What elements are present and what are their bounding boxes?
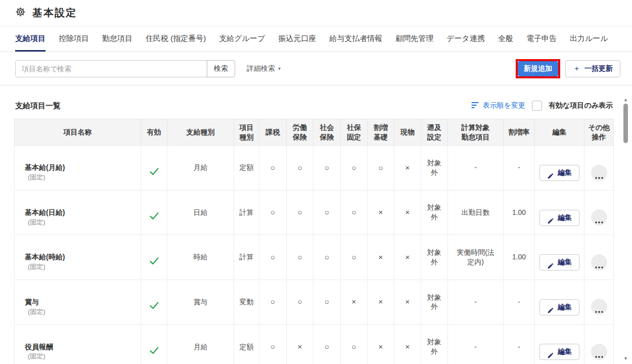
- premium-rate-cell: 1.00: [504, 190, 535, 235]
- more-options-button[interactable]: [591, 165, 607, 181]
- col-header-item-name: 項目名称: [15, 119, 141, 146]
- col-header-item-type: 項目 種別: [234, 119, 259, 146]
- premium-base-cell: ×: [368, 325, 394, 364]
- edit-button[interactable]: 編集: [539, 165, 579, 181]
- tab-payment-group[interactable]: 支給グループ: [219, 26, 265, 52]
- pay-type-cell: 月給: [167, 146, 234, 191]
- tab-resident-tax[interactable]: 住民税 (指定番号): [146, 26, 206, 52]
- col-header-taxable: 課税: [259, 119, 287, 146]
- bulk-update-label: 一括更新: [584, 64, 613, 73]
- edit-button[interactable]: 編集: [539, 210, 579, 226]
- item-name-note: (固定): [28, 173, 46, 181]
- bulk-update-button[interactable]: ＋ 一括更新: [565, 60, 620, 77]
- check-icon: [149, 215, 160, 223]
- table-row: 基本給(月給) (固定) 月給 定額 ○ ○ ○ ○ ○ × 対象 外 - - …: [15, 146, 614, 191]
- col-header-enabled: 有効: [141, 119, 167, 146]
- more-options-button[interactable]: [591, 299, 607, 315]
- item-name: 役員報酬: [25, 343, 53, 351]
- labor-insurance-cell: ○: [287, 280, 313, 325]
- check-icon: [149, 260, 160, 268]
- app-header: 基本設定: [0, 0, 632, 26]
- scroll-up-icon[interactable]: ▲: [623, 97, 628, 102]
- tab-transfer-account[interactable]: 振込元口座: [278, 26, 316, 52]
- toolbar: 検索 詳細検索 ▾ 新規追加 ＋ 一括更新: [0, 52, 632, 85]
- tab-general[interactable]: 全般: [498, 26, 513, 52]
- item-type-cell: 変動: [234, 280, 259, 325]
- scroll-down-icon[interactable]: ▼: [623, 356, 628, 361]
- pay-type-cell: 日給: [167, 190, 234, 235]
- scrollbar-thumb[interactable]: [623, 104, 628, 143]
- social-insurance-cell: ○: [313, 146, 341, 191]
- premium-base-cell: ×: [368, 235, 394, 280]
- change-display-order-link[interactable]: 表示順を変更: [471, 101, 525, 110]
- attendance-item-cell: 実働時間(法 定内): [448, 235, 504, 280]
- retroactive-cell: 対象 外: [421, 235, 448, 280]
- col-header-retroactive: 遡及 設定: [421, 119, 448, 146]
- retroactive-cell: 対象 外: [421, 190, 448, 235]
- tab-deduction-items[interactable]: 控除項目: [59, 26, 89, 52]
- premium-base-cell: ×: [368, 190, 394, 235]
- tab-attendance-items[interactable]: 勤怠項目: [102, 26, 132, 52]
- in-kind-cell: ×: [394, 280, 421, 325]
- edit-button[interactable]: 編集: [539, 344, 579, 360]
- item-type-cell: 定額: [234, 146, 259, 191]
- col-header-more: その他 操作: [584, 119, 614, 146]
- item-type-cell: 計算: [234, 235, 259, 280]
- tab-payment-items[interactable]: 支給項目: [15, 26, 46, 52]
- tab-client-management[interactable]: 顧問先管理: [395, 26, 433, 52]
- premium-rate-cell: 1.00: [504, 235, 535, 280]
- edit-cell: 編集: [535, 190, 584, 235]
- item-name-note: (固定): [28, 352, 46, 360]
- taxable-cell: ○: [259, 280, 287, 325]
- active-only-checkbox[interactable]: [532, 101, 542, 111]
- tab-data-link[interactable]: データ連携: [446, 26, 485, 52]
- enabled-cell: [141, 280, 167, 325]
- item-name-note: (固定): [28, 308, 46, 315]
- enabled-cell: [141, 235, 167, 280]
- labor-insurance-cell: ○: [287, 146, 313, 191]
- tab-output-rules[interactable]: 出力ルール: [570, 26, 608, 52]
- edit-button[interactable]: 編集: [539, 299, 579, 315]
- col-header-premium-rate: 割増率: [504, 119, 535, 146]
- social-fixed-cell: ○: [341, 235, 368, 280]
- more-options-button[interactable]: [591, 254, 607, 270]
- labor-insurance-cell: ○: [287, 190, 313, 235]
- more-options-icon: [595, 255, 603, 270]
- advanced-search-label: 詳細検索: [247, 64, 275, 73]
- list-header: 支給項目一覧 表示順を変更 有効な項目のみ表示: [0, 85, 632, 119]
- premium-rate-cell: -: [504, 280, 535, 325]
- gear-icon: [15, 7, 26, 19]
- add-new-button[interactable]: 新規追加: [518, 61, 558, 76]
- advanced-search-link[interactable]: 詳細検索 ▾: [247, 64, 281, 73]
- more-options-icon: [595, 165, 603, 180]
- search-button[interactable]: 検索: [207, 60, 235, 77]
- search-input[interactable]: [15, 60, 207, 77]
- pencil-icon: [547, 164, 554, 181]
- social-fixed-cell: ○: [341, 190, 368, 235]
- taxable-cell: ○: [259, 190, 287, 235]
- edit-button[interactable]: 編集: [539, 254, 579, 270]
- edit-cell: 編集: [535, 280, 584, 325]
- col-header-pay-type: 支給種別: [167, 119, 234, 146]
- pencil-icon: [547, 344, 554, 360]
- tab-payer-info[interactable]: 給与支払者情報: [329, 26, 382, 52]
- table-row: 役員報酬 (固定) 月給 定額 ○ × ○ ○ × × 対象 外 - - 編集: [15, 325, 614, 364]
- edit-button-label: 編集: [558, 213, 572, 222]
- retroactive-cell: 対象 外: [421, 280, 448, 325]
- basic-settings-page: 基本設定 支給項目 控除項目 勤怠項目 住民税 (指定番号) 支給グループ 振込…: [0, 0, 632, 364]
- scrollbar: ▲ ▼: [622, 97, 629, 361]
- in-kind-cell: ×: [394, 235, 421, 280]
- tab-e-filing[interactable]: 電子申告: [526, 26, 557, 52]
- toolbar-right: 新規追加 ＋ 一括更新: [516, 59, 620, 78]
- edit-cell: 編集: [535, 325, 584, 364]
- col-header-social-fixed: 社保 固定: [341, 119, 368, 146]
- premium-rate-cell: -: [504, 325, 535, 364]
- labor-insurance-cell: ×: [287, 325, 313, 364]
- more-options-button[interactable]: [591, 209, 607, 225]
- table-row: 基本給(日給) (固定) 日給 計算 ○ ○ ○ ○ × × 対象 外 出勤日数…: [15, 190, 614, 235]
- item-name-note: (固定): [28, 218, 46, 226]
- in-kind-cell: ×: [394, 190, 421, 235]
- more-options-button[interactable]: [591, 344, 607, 360]
- col-header-premium-base: 割増 基礎: [368, 119, 394, 146]
- col-header-social-insurance: 社会 保険: [313, 119, 341, 146]
